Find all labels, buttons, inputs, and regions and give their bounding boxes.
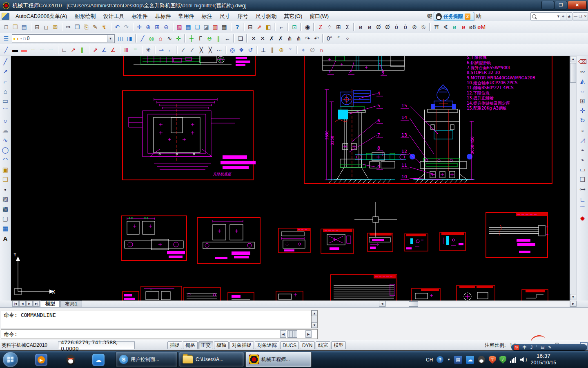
spline-icon[interactable]: ∿ — [0, 135, 10, 145]
menu-serial-number[interactable]: 序号 — [234, 11, 252, 21]
fillet-icon[interactable]: ⌒ — [578, 204, 588, 214]
lengthen-icon[interactable]: ⌁ — [578, 145, 588, 155]
dia-dim-icon-3[interactable]: Ø — [374, 22, 383, 31]
sogou-settings-icon[interactable]: ✎ — [548, 344, 551, 350]
ellipse-arc-icon[interactable]: ◠ — [0, 155, 10, 165]
mech-slot-icon[interactable]: ⊖ — [205, 34, 214, 43]
line-green-icon[interactable]: ┄ — [38, 45, 47, 54]
mech-arrow-icon[interactable]: ← — [223, 34, 232, 43]
menu-annotate[interactable]: 标注 — [198, 11, 216, 21]
make-block-icon[interactable]: ❏ — [0, 175, 10, 184]
calculator-icon[interactable]: ▦ — [220, 22, 229, 31]
tab-next-button[interactable]: ▶ — [26, 301, 33, 307]
sogou-moon-icon[interactable]: J — [530, 344, 532, 350]
save-icon[interactable]: ▤ — [20, 22, 29, 31]
lineweight-icon[interactable]: ▬ — [11, 45, 20, 54]
mech-crosshair-icon[interactable]: ┼ — [187, 34, 196, 43]
layer-states-icon[interactable]: ◫ — [116, 34, 125, 43]
menu-dim-drive[interactable]: 尺寸驱动 — [252, 11, 280, 21]
hscroll-right-button[interactable]: ▶ — [570, 301, 577, 307]
quick-calc-icon[interactable]: ↯ — [100, 22, 109, 31]
zoom-previous-icon[interactable]: ⊖ — [162, 22, 171, 31]
undo-icon[interactable]: ↶ — [113, 22, 122, 31]
match-properties-icon[interactable]: ✎ — [91, 22, 100, 31]
menu-drawing[interactable]: 图形绘制 — [71, 11, 99, 21]
dim-leader-icon[interactable]: ⇗ — [255, 22, 264, 31]
publish-icon[interactable]: ✉ — [51, 22, 60, 31]
chamfer-icon[interactable]: ∟ — [578, 194, 588, 204]
dia-dim-icon-8[interactable]: ⍉ — [419, 22, 428, 31]
dim-zline-icon[interactable]: Z — [316, 22, 325, 31]
line-red-icon[interactable]: ▬ — [20, 45, 29, 54]
dim-double-icon[interactable]: ⊟ — [246, 22, 255, 31]
toolbox-icon[interactable]: ▧ — [175, 22, 184, 31]
dim-bracket-icon[interactable]: ⌐ — [277, 22, 286, 31]
scale-icon[interactable]: ▫ — [578, 126, 588, 135]
qq-task-reminder-popup[interactable]: 任务提醒 2 — [434, 12, 474, 21]
rectangle-icon[interactable]: ▭ — [0, 96, 10, 106]
wmp-taskbar-icon[interactable]: ▶ — [35, 354, 47, 366]
hatch-red-icon[interactable]: Ⅲ — [122, 45, 131, 54]
join-icon[interactable]: ⊶ — [578, 184, 588, 194]
polygon-icon[interactable]: ⌂ — [0, 86, 10, 96]
sheetset-icon[interactable]: ❏ — [193, 22, 202, 31]
rotate-icon[interactable]: ↻ — [578, 116, 588, 126]
region-icon[interactable]: ▢ — [0, 214, 10, 224]
point-array-icon[interactable]: ⁘ — [343, 34, 352, 43]
mdi-close-button[interactable]: ✕ — [583, 12, 588, 20]
scroll-up-button[interactable]: ▲ — [570, 56, 576, 62]
dim-center-icon[interactable]: ⊡ — [290, 22, 299, 31]
command-history[interactable]: 命令: COMMANDLINE — [1, 310, 318, 328]
taskbar-button-explorer[interactable]: C:\Users\A... — [179, 352, 244, 367]
trim-icon-2[interactable]: ✕ — [258, 34, 267, 43]
menu-fragment-right[interactable]: 助 — [476, 13, 481, 20]
restore-button[interactable]: ❐ — [555, 1, 567, 9]
gradient-icon[interactable]: ▩ — [0, 204, 10, 214]
dim-dia8-icon[interactable]: ø8 — [468, 22, 477, 31]
toggle-ducs[interactable]: DUCS — [280, 341, 299, 349]
cross-icon-1[interactable]: ╳ — [197, 45, 206, 54]
language-indicator[interactable]: CH — [426, 357, 433, 363]
drawing-canvas[interactable]: 升降机底座 5.上限位塊 6.鋁擠型滑軌 7.提升台面655W*900L 8.S… — [11, 56, 570, 301]
zoom-window-icon[interactable]: ⊞ — [153, 22, 162, 31]
dia-dim-icon-4[interactable]: Ø — [383, 22, 392, 31]
slash-icon-1[interactable]: ∕ — [179, 45, 188, 54]
toggle-snap[interactable]: 捕捉 — [167, 341, 182, 349]
horizontal-scroll-thumb[interactable] — [409, 301, 418, 307]
menu-fragment-left[interactable]: 键 — [427, 13, 432, 20]
toggle-polar[interactable]: 极轴 — [214, 341, 229, 349]
polyline-icon[interactable]: ⌐ — [0, 76, 10, 86]
point-icon[interactable]: • — [0, 184, 10, 194]
axis-red-icon[interactable]: ↗ — [69, 45, 78, 54]
print-icon[interactable]: ⊟ — [33, 22, 42, 31]
parallel-icon[interactable]: ∥ — [268, 45, 277, 54]
layer-previous-icon[interactable]: ◨ — [125, 34, 134, 43]
close-button[interactable]: ✕ — [568, 1, 587, 9]
copy-icon[interactable]: ❐ — [73, 22, 82, 31]
dia-dim-icon-2[interactable]: ø — [365, 22, 374, 31]
command-input[interactable]: 命令: — [1, 329, 318, 339]
cmd-hscroll-right[interactable]: ▶ — [305, 330, 312, 338]
menu-window[interactable]: 窗口(W) — [306, 11, 332, 21]
cad-drawing[interactable]: 升降机底座 5.上限位塊 6.鋁擠型滑軌 7.提升台面655W*900L 8.S… — [11, 56, 570, 301]
slash-icon-2[interactable]: ∕ — [188, 45, 197, 54]
dia-dim-icon-7[interactable]: ⊘ — [410, 22, 419, 31]
mech-circle-icon[interactable]: ◎ — [147, 34, 156, 43]
mech-line-icon[interactable]: ╱ — [138, 34, 147, 43]
cross-icon-2[interactable]: ╳ — [206, 45, 215, 54]
asterisk-icon[interactable]: ✳ — [144, 45, 153, 54]
dim-small-dia-icon[interactable]: ø — [450, 22, 459, 31]
angle-zero-icon[interactable]: 0° — [325, 34, 334, 43]
tab-model[interactable]: 模型 — [41, 301, 60, 307]
dim-chain-icon[interactable]: ⊞ — [334, 22, 343, 31]
volume-icon[interactable]: ) — [520, 357, 527, 362]
sogou-keyboard-icon[interactable]: ▤ — [541, 344, 544, 350]
hatch-green-icon[interactable]: ≡ — [131, 45, 140, 54]
table-icon[interactable]: ▦ — [0, 224, 10, 233]
layer-freeze-icon[interactable]: ◐ — [17, 36, 19, 41]
copy-object-icon[interactable]: ∾ — [578, 67, 588, 76]
sogou-mode-chinese[interactable]: 中 — [523, 344, 527, 350]
palette-icon[interactable]: ▦ — [184, 22, 193, 31]
sogou-logo-icon[interactable]: S — [514, 345, 519, 350]
open-file-icon[interactable]: ❒ — [11, 22, 20, 31]
